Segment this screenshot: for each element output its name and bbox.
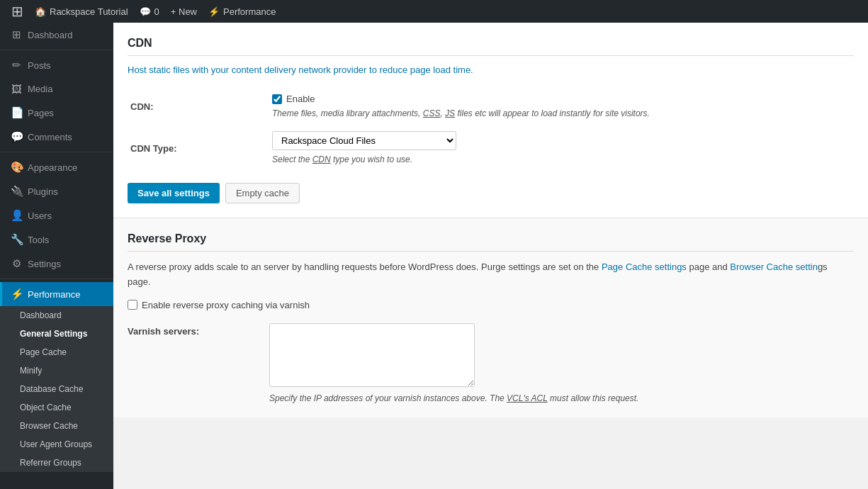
cdn-label: CDN: [128,88,269,125]
rp-title: Reverse Proxy [128,232,854,252]
cdn-enable-checkbox[interactable] [272,94,282,104]
performance-bar-label: Performance [223,6,276,17]
cdn-value-cell: Enable Theme files, media library attach… [269,88,854,125]
cdn-type-select[interactable]: Rackspace Cloud Files Amazon CloudFront … [272,131,456,150]
new-item[interactable]: + New [165,0,203,23]
media-icon: 🖼 [11,83,22,95]
appearance-icon: 🎨 [11,161,22,174]
sidebar-label-performance: Performance [28,289,80,300]
rp-desc-text3: gs [818,262,828,272]
performance-bar-icon: ⚡ [208,6,220,17]
page-cache-link[interactable]: Page Cache settings [602,262,687,272]
cdn-description: Host static files with your content deli… [128,64,854,75]
cdn-type-cell: Rackspace Cloud Files Amazon CloudFront … [269,125,854,172]
submenu-dashboard[interactable]: Dashboard [0,306,113,325]
varnish-vcl-text: VCL's ACL [507,393,548,403]
cdn-enable-label[interactable]: Enable [272,94,851,104]
menu-sep-3 [0,279,113,279]
content-wrap: CDN Host static files with your content … [113,23,868,417]
submenu-browser-cache[interactable]: Browser Cache [0,417,113,435]
submenu-minify[interactable]: Minify [0,361,113,380]
submenu-general-settings[interactable]: General Settings [0,325,113,343]
rp-desc-text1: A reverse proxy adds scale to an server … [128,262,602,272]
submenu-page-cache[interactable]: Page Cache [0,343,113,361]
comments-count: 0 [154,6,159,17]
posts-icon: ✏ [11,59,22,72]
site-name-item[interactable]: 🏠 Rackspace Tutorial [29,0,134,23]
varnish-enable-row: Enable reverse proxy caching via varnish [128,300,854,310]
users-icon: 👤 [11,209,22,222]
sidebar-item-tools[interactable]: 🔧 Tools [0,227,113,252]
sidebar-label-dashboard: Dashboard [28,30,73,40]
wp-wrap: ⊞ Dashboard ✏ Posts 🖼 Media 📄 Pages 💬 Co… [0,23,868,489]
cdn-title: CDN [128,37,854,56]
cdn-note-text: Theme files, media library attachments, … [272,108,650,118]
sidebar-label-posts: Posts [28,60,51,71]
cdn-form-table: CDN: Enable Theme files, media library a… [128,88,854,172]
sidebar-item-plugins[interactable]: 🔌 Plugins [0,179,113,203]
comments-item[interactable]: 💬 0 [134,0,165,23]
sidebar-label-pages: Pages [28,108,54,118]
browser-cache-link[interactable]: Browser Cache settin [730,262,818,272]
cdn-section: CDN Host static files with your content … [113,23,868,218]
sidebar-label-users: Users [28,210,52,221]
rp-description: A reverse proxy adds scale to an server … [128,260,854,290]
cdn-enable-row: CDN: Enable Theme files, media library a… [128,88,854,125]
menu-sep-1 [0,50,113,50]
varnish-enable-label: Enable reverse proxy caching via varnish [142,300,310,310]
varnish-enable-checkbox[interactable] [128,300,137,310]
cdn-enable-text: Enable [286,94,315,104]
sidebar-item-performance[interactable]: ⚡ Performance [0,282,113,306]
sidebar-item-dashboard[interactable]: ⊞ Dashboard [0,23,113,47]
sidebar-label-comments: Comments [28,132,72,142]
cdn-type-note: Select the CDN type you wish to use. [272,153,851,166]
save-all-settings-button[interactable]: Save all settings [128,183,220,203]
submenu-user-agent-groups[interactable]: User Agent Groups [0,435,113,454]
sidebar-label-plugins: Plugins [28,186,58,197]
varnish-input-col: Specify the IP addresses of your varnish… [269,323,854,403]
comments-icon: 💬 [140,6,151,17]
admin-menu: ⊞ Dashboard ✏ Posts 🖼 Media 📄 Pages 💬 Co… [0,23,113,489]
sidebar-item-comments[interactable]: 💬 Comments [0,125,113,149]
cdn-button-row: Save all settings Empty cache [128,183,854,203]
sidebar-item-posts[interactable]: ✏ Posts [0,53,113,77]
varnish-note: Specify the IP addresses of your varnish… [269,393,854,403]
cdn-enable-note: Theme files, media library attachments, … [272,107,851,120]
rp-desc-text4: page. [128,276,151,287]
sidebar-label-media: Media [28,84,52,94]
home-icon: 🏠 [35,6,46,17]
sidebar-label-settings: Settings [28,259,61,269]
menu-sep-2 [0,152,113,152]
performance-icon: ⚡ [11,288,22,300]
submenu-object-cache[interactable]: Object Cache [0,398,113,417]
plugins-icon: 🔌 [11,185,22,198]
sidebar-item-users[interactable]: 👤 Users [0,203,113,227]
reverse-proxy-section: Reverse Proxy A reverse proxy adds scale… [113,218,868,417]
performance-bar-item[interactable]: ⚡ Performance [203,0,281,23]
empty-cache-button[interactable]: Empty cache [225,183,300,203]
cdn-type-label: CDN Type: [128,125,269,172]
admin-bar: ⊞ 🏠 Rackspace Tutorial 💬 0 + New ⚡ Perfo… [0,0,868,23]
rp-desc-text2: page and [687,262,730,272]
submenu-referrer-groups[interactable]: Referrer Groups [0,454,113,472]
pages-icon: 📄 [11,106,22,119]
comments-menu-icon: 💬 [11,130,22,143]
settings-icon: ⚙ [11,257,22,270]
sidebar-item-media[interactable]: 🖼 Media [0,77,113,101]
wp-logo[interactable]: ⊞ [6,0,29,23]
sidebar-label-tools: Tools [28,235,49,245]
sidebar-item-appearance[interactable]: 🎨 Appearance [0,155,113,179]
main-content: CDN Host static files with your content … [113,23,868,489]
tools-icon: 🔧 [11,233,22,246]
sidebar-item-settings[interactable]: ⚙ Settings [0,252,113,276]
varnish-textarea[interactable] [269,323,475,387]
cdn-type-row: CDN Type: Rackspace Cloud Files Amazon C… [128,125,854,172]
cdn-type-note-text: Select the CDN type you wish to use. [272,154,412,164]
performance-submenu: Dashboard General Settings Page Cache Mi… [0,306,113,472]
new-label: + New [171,6,197,17]
varnish-note-text1: Specify the IP addresses of your varnish… [269,393,507,403]
varnish-note-text2: must allow this request. [548,393,639,403]
varnish-label: Varnish servers: [128,323,269,403]
sidebar-item-pages[interactable]: 📄 Pages [0,101,113,125]
submenu-database-cache[interactable]: Database Cache [0,380,113,398]
